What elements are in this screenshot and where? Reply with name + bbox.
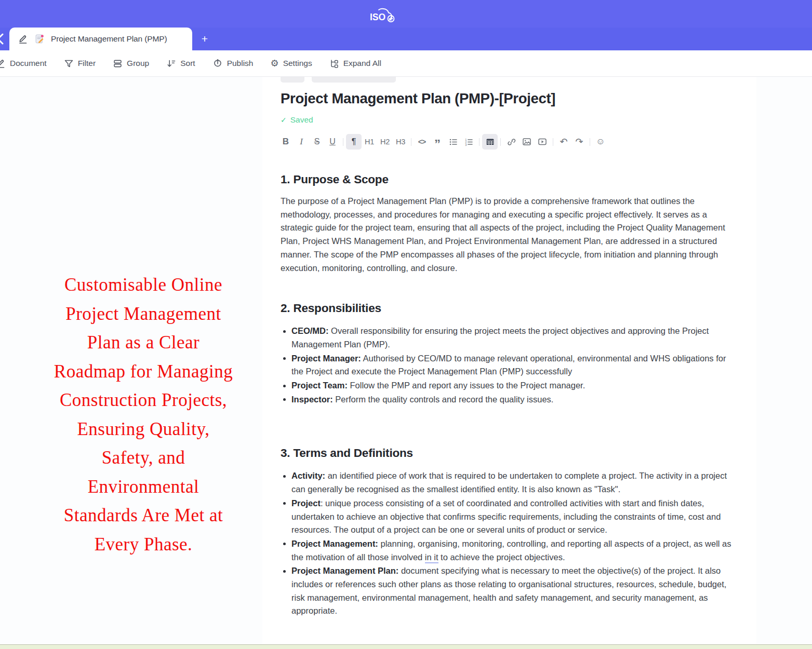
menu-item-filter[interactable]: Filter [64, 59, 96, 69]
section-heading[interactable]: 3. Terms and Definitions [281, 445, 738, 461]
list-item[interactable]: Project Manager: Authorised by CEO/MD to… [281, 352, 738, 378]
view-menubar: Document Filter Group Sort Publish ⚙ Set… [0, 50, 812, 77]
code-button[interactable]: <> [414, 134, 430, 150]
numbered-list-icon: 123 [464, 138, 473, 146]
expand-all-tree-icon [329, 59, 339, 69]
list-item[interactable]: CEO/MD: Overall responsibility for ensur… [281, 324, 738, 351]
underline-button[interactable]: U [325, 134, 340, 150]
edit-pencil-icon [18, 34, 28, 44]
image-icon [522, 137, 531, 146]
section-responsibilities: 2. Responsibilities CEO/MD: Overall resp… [281, 301, 738, 406]
video-icon [538, 137, 547, 146]
menu-item-publish[interactable]: Publish [212, 58, 254, 69]
undo-button[interactable]: ↶ [556, 134, 571, 150]
tab-project-management-plan[interactable]: Project Management Plan (PMP) [9, 28, 192, 50]
divider [500, 138, 501, 146]
redo-button[interactable]: ↷ [571, 134, 587, 150]
group-rows-icon [113, 59, 123, 69]
section-purpose-scope: 1. Purpose & Scope The purpose of a Proj… [281, 172, 738, 275]
logo-text: ISO [370, 12, 385, 22]
list-item[interactable]: Inspector: Perform the quality controls … [281, 393, 738, 407]
numbered-list-button[interactable]: 123 [461, 134, 476, 150]
document-title[interactable]: Project Management Plan (PMP)-[Project] [281, 89, 738, 109]
content-area: Project Management Plan (PMP)-[Project] … [0, 77, 812, 644]
heading2-button[interactable]: H2 [377, 134, 393, 150]
tab-strip: Project Management Plan (PMP) + [0, 28, 812, 50]
table-icon [486, 138, 495, 146]
italic-button[interactable]: I [294, 134, 309, 150]
edit-pencil-icon [0, 58, 6, 69]
list-item[interactable]: Project Team: Follow the PMP and report … [281, 379, 738, 393]
blockquote-button[interactable]: ” [430, 134, 445, 150]
video-button[interactable] [535, 134, 550, 150]
app-top-bar: ISO [0, 0, 812, 28]
tab-label: Project Management Plan (PMP) [51, 34, 167, 44]
menu-item-expand-all[interactable]: Expand All [329, 59, 381, 69]
list-item[interactable]: Project Management: planning, organising… [281, 537, 738, 564]
back-chevron-icon[interactable] [0, 33, 7, 45]
divider [343, 138, 343, 146]
menu-item-group[interactable]: Group [113, 59, 149, 69]
list-item[interactable]: Project Management Plan: document specif… [281, 564, 738, 618]
iso-plus-cloud-logo: ISO [364, 3, 400, 25]
heading1-button[interactable]: H1 [362, 134, 377, 150]
section-heading[interactable]: 1. Purpose & Scope [281, 172, 738, 187]
document-colored-icon [34, 34, 45, 44]
section-heading[interactable]: 2. Responsibilities [281, 301, 738, 316]
sort-arrow-icon [166, 59, 176, 69]
save-status-label: Saved [290, 115, 313, 125]
bold-button[interactable]: B [278, 134, 294, 150]
link-button[interactable] [503, 134, 519, 150]
document-editor[interactable]: Project Management Plan (PMP)-[Project] … [281, 77, 738, 618]
svg-text:3: 3 [465, 143, 467, 146]
grammar-suggestion[interactable]: in it [425, 552, 438, 563]
publish-upload-icon [212, 58, 223, 69]
list-item[interactable]: Project: unique process consisting of a … [281, 497, 738, 537]
menu-item-settings[interactable]: ⚙ Settings [270, 59, 312, 68]
new-tab-button[interactable]: + [196, 31, 213, 47]
strikethrough-button[interactable]: S [309, 134, 325, 150]
bullet-list-button[interactable] [445, 134, 461, 150]
menu-item-sort[interactable]: Sort [166, 59, 195, 69]
bullet-list: CEO/MD: Overall responsibility for ensur… [281, 324, 738, 406]
heading3-button[interactable]: H3 [393, 134, 408, 150]
menu-item-document[interactable]: Document [0, 58, 47, 69]
format-toolbar: B I S U ¶ H1 H2 H3 <> ” [278, 133, 738, 151]
paragraph-button[interactable]: ¶ [346, 134, 362, 150]
section-terms-definitions: 3. Terms and Definitions Activity: an id… [281, 445, 738, 618]
divider [590, 138, 590, 146]
save-status: ✓ Saved [281, 115, 738, 125]
promo-overlay-text: Customisable Online Project Management P… [27, 271, 260, 559]
list-item[interactable]: Activity: an identified piece of work th… [281, 469, 738, 496]
gear-icon: ⚙ [270, 59, 278, 68]
bullet-list-icon [449, 138, 458, 146]
bottom-banner-strip [0, 644, 812, 649]
check-icon: ✓ [281, 116, 287, 124]
image-button[interactable] [519, 134, 535, 150]
divider [411, 138, 411, 146]
emoji-button[interactable]: ☺ [593, 134, 608, 150]
filter-funnel-icon [64, 59, 74, 69]
divider [553, 138, 553, 146]
link-icon [507, 138, 516, 146]
section-body[interactable]: The purpose of a Project Management Plan… [281, 195, 738, 275]
table-button[interactable] [482, 134, 498, 150]
bullet-list: Activity: an identified piece of work th… [281, 469, 738, 618]
divider [479, 138, 480, 146]
plus-icon: + [202, 33, 208, 45]
